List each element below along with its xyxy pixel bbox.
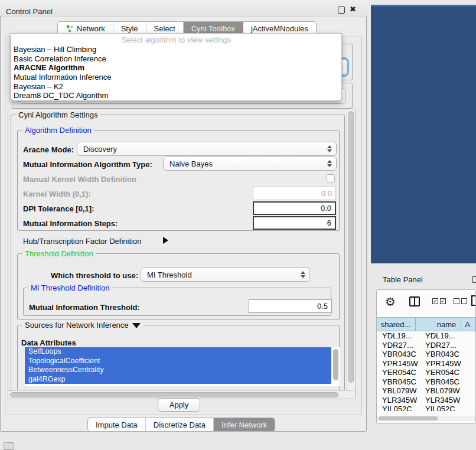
stepper-arrows-icon [327,145,332,152]
kernel-width-label: Kernel Width (0,1): [23,190,91,198]
tab-impute-data[interactable]: Impute Data [88,418,146,431]
table-toolbar: ⚙ ✓ ✓ [377,290,475,316]
algorithm-option[interactable]: Bayesian – K2 [11,82,341,92]
manual-kernel-width-label: Manual Kernel Width Definition [23,175,136,184]
expand-arrow-icon[interactable] [163,237,168,244]
control-panel-titlebar [0,0,367,17]
collapse-arrow-icon[interactable] [132,323,141,328]
table-row[interactable]: YIL052CYIL052C9 [377,405,475,411]
aracne-mode-combobox[interactable]: Discovery [77,142,337,156]
column-header[interactable]: A [461,318,475,331]
algorithm-option[interactable]: Bayesian – Hill Climbing [11,45,341,54]
unchecked-checkbox-icon[interactable] [454,298,459,304]
table-row[interactable]: YDR27...YDR27...12 [377,341,475,350]
table-panel: ⚙ ✓ ✓ shared... name A YDL19...YDL19...1… [376,289,476,424]
table-row[interactable]: YBR045CYBR045C9. [377,377,475,387]
dpi-tolerance-field[interactable]: 0.0 [253,201,336,215]
algorithm-option-selected[interactable]: ARACNE Algorithm [11,63,341,73]
settings-vertical-scrollbar[interactable] [347,109,355,391]
popup-prompt: Select algorithm to view settings [11,35,341,45]
column-header[interactable]: shared... [377,318,416,331]
table-horizontal-scrollbar[interactable] [377,416,476,421]
table-panel-title: Table Panel [383,275,423,284]
algorithm-option[interactable]: Dream8 DC_TDC Algorithm [11,91,341,100]
list-item[interactable]: TopologicalCoefficient [25,357,331,366]
checked-checkbox-icon[interactable]: ✓ [440,298,446,304]
list-item[interactable]: SelfLoops [25,347,331,357]
algorithm-dropdown-popup: Select algorithm to view settings Bayesi… [11,33,342,101]
docked-panel-icon[interactable] [4,442,14,450]
settings-horizontal-scrollbar[interactable] [8,390,356,399]
new-table-icon[interactable] [471,295,476,306]
list-item[interactable]: gal4RGexp [25,375,331,384]
stepper-arrows-icon [301,271,305,278]
table-row[interactable]: YBL079WYBL079W [377,386,475,396]
mi-threshold-label: Mutual Information Threshold: [29,303,140,312]
data-attributes-label: Data Attributes [21,338,76,347]
dpi-tolerance-label: DPI Tolerance [0,1]: [23,204,94,213]
list-scrollbar[interactable] [333,349,338,380]
table-row[interactable]: YBR043CYBR043C [377,350,475,359]
split-columns-icon[interactable] [409,296,420,306]
algorithm-option[interactable]: Mutual Information Inference [11,73,341,82]
list-item[interactable]: BetweennessCentrality [25,366,331,375]
aracne-mode-label: Aracne Mode: [23,145,74,154]
column-header[interactable]: name [416,318,461,331]
manual-kernel-width-checkbox[interactable] [327,174,335,182]
settings-scrollpane: Cyni Algorithm Settings Algorithm Defini… [8,109,356,399]
bottom-tabbar: Impute Data Discretize Data Infer Networ… [87,418,275,432]
mi-algorithm-type-label: Mutual Information Algorithm Type: [23,160,152,169]
tab-discretize-data[interactable]: Discretize Data [146,418,214,431]
algorithm-option[interactable]: Basic Correlation Inference [11,54,341,64]
gear-icon[interactable]: ⚙ [385,295,396,309]
float-window-icon[interactable] [338,6,345,14]
hub-definition-label: Hub/Transcription Factor Definition [23,237,141,246]
checked-checkbox-icon[interactable]: ✓ [432,298,438,304]
table-panel-float-icon[interactable] [472,276,476,283]
tab-infer-network[interactable]: Infer Network [214,418,275,431]
node-table: shared... name A YDL19...YDL19...13 YDR2… [377,317,475,411]
network-icon [66,25,74,32]
mi-threshold-field[interactable]: 0.5 [249,299,332,313]
mi-steps-field[interactable]: 6 [253,216,336,230]
table-row[interactable]: YER054CYER054C8. [377,368,475,377]
unchecked-checkbox-icon[interactable] [461,298,467,304]
table-row[interactable]: YPR145WYPR145W9. [377,359,475,369]
table-row[interactable]: YDL19...YDL19...13 [377,331,475,341]
data-attributes-list[interactable]: SelfLoops TopologicalCoefficient Between… [25,347,340,386]
table-header-row: shared... name A [377,317,475,331]
mi-steps-label: Mutual Information Steps: [23,219,118,228]
apply-button[interactable]: Apply [158,398,200,412]
which-threshold-combobox[interactable]: MI Threshold [141,268,310,282]
table-row[interactable]: YLR345WYLR345W9. [377,396,475,405]
close-icon[interactable]: ✖ [350,5,356,14]
network-window-frame [371,5,476,263]
mi-algorithm-type-combobox[interactable]: Naive Bayes [163,156,337,171]
which-threshold-label: Which threshold to use: [51,271,138,280]
kernel-width-field[interactable]: 0.0 [253,187,336,200]
control-panel-title: Control Panel [6,7,53,16]
stepper-arrows-icon [327,160,332,167]
